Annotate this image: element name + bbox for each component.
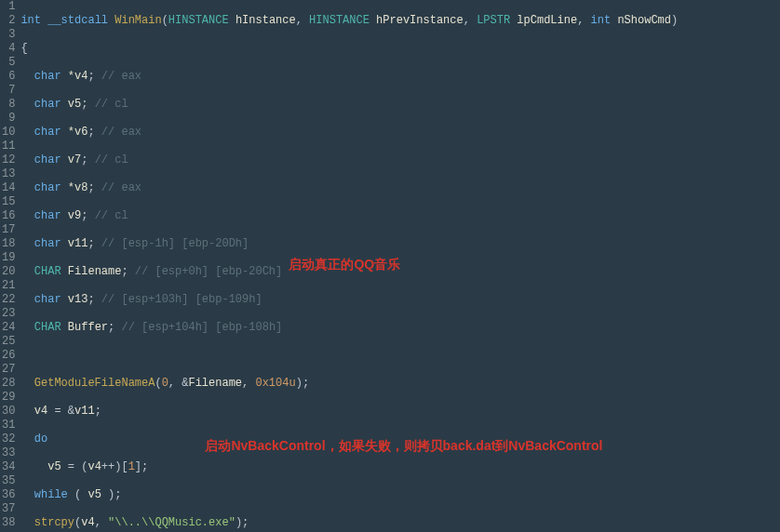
code-line: char *v6; // eax — [20, 126, 780, 140]
line-number: 2 — [2, 14, 15, 28]
line-number: 8 — [2, 98, 15, 112]
line-number: 37 — [2, 502, 15, 516]
line-number: 36 — [2, 488, 15, 502]
code-line: while ( v5 ); — [20, 488, 780, 502]
line-number: 12 — [2, 153, 15, 167]
code-line: CHAR Buffer; // [esp+104h] [ebp-108h] — [20, 321, 780, 335]
line-number: 17 — [2, 223, 15, 237]
code-line: char *v4; // eax — [20, 70, 780, 84]
line-number: 29 — [2, 391, 15, 405]
line-number: 32 — [2, 432, 15, 446]
line-number: 10 — [2, 126, 15, 140]
line-number: 28 — [2, 377, 15, 391]
line-number: 20 — [2, 265, 15, 279]
line-number: 4 — [2, 42, 15, 56]
line-number: 6 — [2, 70, 15, 84]
line-number: 21 — [2, 279, 15, 293]
code-line: strcpy(v4, "\\..\\QQMusic.exe"); — [20, 516, 780, 530]
code-line: char v11; // [esp-1h] [ebp-20Dh] — [20, 237, 780, 251]
line-number: 26 — [2, 349, 15, 363]
code-line: char *v8; // eax — [20, 181, 780, 195]
line-number: 1 — [2, 0, 15, 14]
line-number: 5 — [2, 56, 15, 70]
code-line: v5 = (v4++)[1]; — [20, 460, 780, 474]
line-number: 34 — [2, 460, 15, 474]
line-number: 7 — [2, 84, 15, 98]
line-number: 27 — [2, 363, 15, 377]
line-number: 31 — [2, 419, 15, 432]
line-number: 25 — [2, 335, 15, 349]
code-line: CHAR Filename; // [esp+0h] [ebp-20Ch] — [20, 265, 780, 279]
line-number: 15 — [2, 195, 15, 209]
line-number: 16 — [2, 209, 15, 223]
line-gutter: 1 2 3 4 5 6 7 8 9 10 11 12 13 14 15 16 1… — [0, 0, 19, 532]
line-number: 19 — [2, 251, 15, 265]
code-line: char v7; // cl — [20, 153, 780, 167]
line-number: 24 — [2, 321, 15, 335]
code-line: do — [20, 432, 780, 446]
code-line: int __stdcall WinMain(HINSTANCE hInstanc… — [20, 14, 780, 28]
line-number: 35 — [2, 474, 15, 488]
line-number: 38 — [2, 516, 15, 530]
line-number: 13 — [2, 167, 15, 181]
code-line: { — [20, 42, 780, 56]
code-line: char v5; // cl — [20, 98, 780, 112]
code-line: v4 = &v11; — [20, 405, 780, 419]
code-line — [20, 349, 780, 363]
line-number: 14 — [2, 181, 15, 195]
line-number: 9 — [2, 112, 15, 126]
line-number: 23 — [2, 307, 15, 321]
line-number: 22 — [2, 293, 15, 307]
code-area[interactable]: int __stdcall WinMain(HINSTANCE hInstanc… — [19, 0, 780, 532]
code-line: GetModuleFileNameA(0, &Filename, 0x104u)… — [20, 377, 780, 391]
line-number: 11 — [2, 140, 15, 153]
line-number: 18 — [2, 237, 15, 251]
line-number: 33 — [2, 446, 15, 460]
code-line: char v9; // cl — [20, 209, 780, 223]
line-number: 30 — [2, 405, 15, 419]
line-number: 3 — [2, 28, 15, 42]
code-line: char v13; // [esp+103h] [ebp-109h] — [20, 293, 780, 307]
